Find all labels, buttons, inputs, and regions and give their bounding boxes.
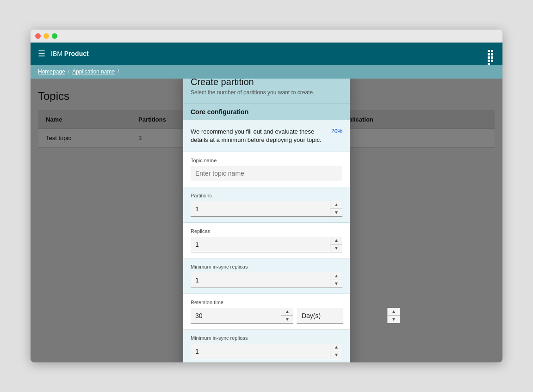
min-sync-down-2[interactable]: ▼ — [330, 351, 342, 359]
replicas-input-row: ▲ ▼ — [191, 237, 342, 252]
min-sync-input-row-2: ▲ ▼ — [191, 343, 342, 359]
retention-unit-stepper: ▲ ▼ — [387, 308, 400, 323]
min-sync-input-2[interactable] — [191, 343, 330, 359]
breadcrumb-homepage[interactable]: Homepage — [38, 68, 65, 75]
section-header: Core configuration — [183, 104, 350, 120]
retention-val-up[interactable]: ▲ — [281, 308, 293, 316]
replicas-up[interactable]: ▲ — [330, 237, 342, 245]
replicas-down[interactable]: ▼ — [330, 245, 342, 252]
topic-name-input[interactable] — [191, 166, 342, 181]
topic-name-field: Topic name — [183, 152, 350, 187]
brand-label: IBM Product — [51, 50, 89, 57]
replicas-field: Replicas ▲ ▼ — [183, 223, 350, 258]
retention-row: ▲ ▼ ▲ ▼ — [191, 308, 342, 324]
retention-unit-input-row: ▲ ▼ — [297, 308, 343, 324]
replicas-stepper: ▲ ▼ — [330, 237, 342, 252]
modal-title: Create partition — [191, 79, 342, 87]
app-header: ☰ IBM Product — [31, 43, 502, 65]
retention-unit-input[interactable] — [297, 308, 387, 323]
min-sync-down[interactable]: ▼ — [330, 280, 342, 288]
replicas-input[interactable] — [191, 237, 330, 252]
maximize-dot[interactable] — [52, 33, 57, 39]
min-sync-up-2[interactable]: ▲ — [330, 343, 342, 351]
modal-header: Create partition Select the number of pa… — [183, 79, 350, 104]
partitions-down[interactable]: ▼ — [330, 209, 342, 216]
retention-val-down[interactable]: ▼ — [281, 316, 293, 323]
retention-val-input-row: ▲ ▼ — [191, 308, 293, 324]
min-sync-field: Minimum in-sync replicas ▲ ▼ — [183, 258, 350, 294]
modal-overlay: Create partition Select the number of pa… — [31, 79, 502, 362]
grid-icon[interactable] — [488, 50, 495, 57]
partitions-input-row: ▲ ▼ — [191, 201, 342, 217]
partitions-stepper: ▲ ▼ — [330, 201, 342, 216]
replicas-label: Replicas — [191, 228, 342, 234]
min-sync-field-2: Minimum in-sync replicas ▲ ▼ — [183, 330, 350, 362]
partitions-field: Partitions ▲ ▼ — [183, 187, 350, 223]
modal-subtitle: Select the number of partitions you want… — [191, 89, 342, 96]
breadcrumb-sep-2: / — [118, 68, 119, 75]
retention-time-label: Retention time — [191, 300, 342, 305]
partitions-label: Partitions — [191, 193, 342, 198]
header-left: ☰ IBM Product — [38, 49, 89, 59]
page-content: Topics Name Partitions Application Test … — [31, 79, 502, 362]
retention-val-stepper: ▲ ▼ — [281, 308, 293, 323]
min-sync-label: Minimum in-sync replicas — [191, 264, 342, 270]
min-sync-input-row: ▲ ▼ — [191, 272, 342, 288]
min-sync-label-2: Minimum in-sync replicas — [191, 335, 342, 341]
retention-time-field: Retention time ▲ ▼ — [183, 294, 350, 330]
breadcrumb-application[interactable]: Application name — [72, 68, 115, 75]
min-sync-stepper-2: ▲ ▼ — [330, 343, 342, 359]
partitions-up[interactable]: ▲ — [330, 201, 342, 209]
min-sync-up[interactable]: ▲ — [330, 272, 342, 280]
topic-name-label: Topic name — [191, 158, 342, 163]
breadcrumb-sep-1: / — [68, 68, 69, 75]
partitions-input[interactable] — [191, 201, 330, 216]
percentage-badge: 20% — [331, 128, 342, 135]
retention-unit-up[interactable]: ▲ — [388, 308, 400, 316]
retention-unit-down[interactable]: ▼ — [388, 316, 400, 323]
create-partition-modal: Create partition Select the number of pa… — [183, 79, 350, 362]
core-config-section: Core configuration We recommend you fill… — [183, 104, 350, 362]
application-window: ☰ IBM Product Homepage / Application nam… — [31, 30, 502, 362]
window-chrome — [31, 30, 502, 43]
breadcrumb: Homepage / Application name / — [31, 65, 502, 79]
min-sync-input[interactable] — [191, 272, 330, 288]
close-dot[interactable] — [35, 33, 41, 39]
retention-value-input[interactable] — [191, 308, 281, 323]
form-note: We recommend you fill out and evaluate t… — [183, 120, 350, 152]
menu-icon[interactable]: ☰ — [38, 49, 45, 59]
minimize-dot[interactable] — [43, 33, 49, 39]
min-sync-stepper: ▲ ▼ — [330, 272, 342, 288]
